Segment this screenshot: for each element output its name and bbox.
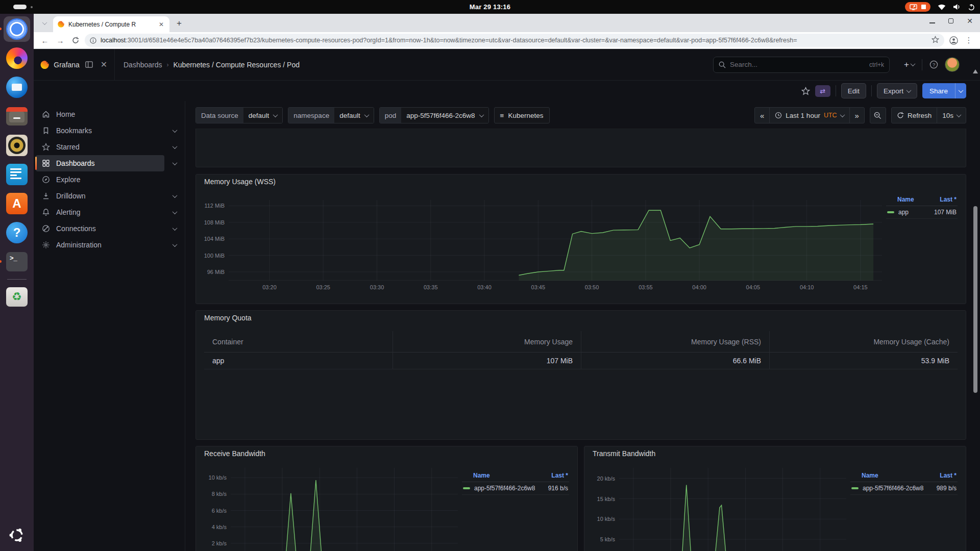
window-minimize-button[interactable] [929,22,935,23]
chevron-down-icon[interactable] [173,160,178,165]
dock-files[interactable] [4,104,30,129]
volume-icon[interactable] [953,4,961,10]
sidebar-item-alerting[interactable]: Alerting [36,204,164,220]
site-info-icon[interactable] [90,37,96,44]
scrollbar-thumb[interactable] [973,206,977,393]
dock-separator [7,279,27,280]
panel-title[interactable]: Receive Bandwidth [204,449,569,458]
address-bar[interactable]: localhost:3001/d/6581e46e4e5c7ba40a07646… [85,34,944,47]
forward-button[interactable]: → [54,34,66,46]
dock-menu-button[interactable] [84,59,94,71]
scroll-up-arrow[interactable] [973,69,978,73]
panel-title[interactable]: Memory Usage (WSS) [204,178,958,186]
profile-button[interactable] [947,34,960,46]
window-maximize-button[interactable] [948,18,953,23]
browser-tab[interactable]: Kubernetes / Compute R ✕ [53,16,169,32]
time-series-plot[interactable] [619,468,846,551]
chevron-down-icon[interactable] [173,209,178,214]
new-tab-button[interactable]: + [173,17,186,30]
legend-name-header[interactable]: Name [862,472,878,479]
refresh-interval-button[interactable]: 10s [937,108,966,123]
breadcrumb-current[interactable]: Kubernetes / Compute Resources / Pod [174,61,300,69]
url-text[interactable]: localhost:3001/d/6581e46e4e5c7ba40a07646… [101,37,927,44]
tab-close-icon[interactable]: ✕ [157,20,165,29]
wifi-icon[interactable] [938,4,946,10]
search-input[interactable] [730,61,865,68]
dock-firefox[interactable] [4,45,30,71]
dock-chromium[interactable] [4,16,30,42]
legend-last-header[interactable]: Last * [940,472,957,479]
legend-last-header[interactable]: Last * [551,472,568,479]
sidebar-item-home[interactable]: Home [36,106,164,122]
variable-datasource[interactable]: Data source default [195,107,283,123]
sidebar-item-starred[interactable]: Starred [36,139,164,155]
page-scrollbar[interactable] [972,69,978,551]
column-header-memory-usage[interactable]: Memory Usage [393,331,581,353]
power-icon[interactable] [968,4,975,11]
panel-title[interactable]: Transmit Bandwidth [593,449,958,458]
chevron-down-icon[interactable] [173,144,178,149]
export-button[interactable]: Export [877,83,917,98]
dock-thunderbird[interactable] [4,74,30,100]
column-header-memory-usage-rss[interactable]: Memory Usage (RSS) [581,331,769,353]
sidebar-item-connections[interactable]: Connections [36,220,164,237]
dock-app-center[interactable]: A [4,191,30,216]
refresh-button[interactable]: Refresh [892,108,937,123]
browser-menu-button[interactable]: ⋮ [963,34,975,46]
variable-pod[interactable]: pod app-5f57f6f466-2c6w8 [379,107,489,123]
user-avatar[interactable] [945,57,960,72]
sidebar-item-administration[interactable]: Administration [36,237,164,253]
sidebar-item-explore[interactable]: Explore [36,171,164,188]
share-menu-button[interactable] [955,83,966,98]
workspace-indicator[interactable] [13,5,27,9]
chevron-down-icon[interactable] [173,128,178,133]
chevron-down-icon[interactable] [173,193,178,198]
legend-name-header[interactable]: Name [473,472,490,479]
edit-button[interactable]: Edit [841,83,866,98]
panel-title[interactable]: Memory Quota [204,314,958,322]
zoom-out-button[interactable] [870,107,886,123]
sidebar-item-drilldown[interactable]: Drilldown [36,188,164,204]
time-shift-back-button[interactable]: « [755,108,770,123]
dock-trash[interactable]: ♻ [4,284,30,310]
show-apps-button[interactable] [8,527,26,546]
legend-last-header[interactable]: Last * [940,196,957,203]
window-close-button[interactable]: ✕ [967,17,973,24]
breadcrumb-dashboards[interactable]: Dashboards [124,61,162,69]
add-new-button[interactable]: + [902,60,917,70]
time-shift-forward-button[interactable]: » [850,108,864,123]
favorite-star-icon[interactable] [801,87,810,95]
dock-help[interactable]: ? [4,220,30,245]
system-clock[interactable]: Mar 29 13:16 [470,3,510,11]
legend-series-pod[interactable]: app-5f57f6f466-2c6w8 989 b/s [850,482,958,495]
column-header-container[interactable]: Container [204,331,393,353]
legend-series-app[interactable]: app 107 MiB [886,206,958,219]
back-button[interactable]: ← [39,34,51,46]
legend-name-header[interactable]: Name [897,196,914,203]
close-menu-button[interactable]: ✕ [99,59,109,71]
share-button[interactable]: Share [922,83,955,98]
sidebar-item-dashboards[interactable]: Dashboards [36,155,164,171]
time-series-plot[interactable] [229,200,882,281]
old-dashboards-toggle-button[interactable]: ⇄ [815,85,830,97]
reload-button[interactable] [69,34,82,46]
bookmark-star-icon[interactable] [932,36,939,45]
workspace-dot[interactable] [31,6,33,8]
chevron-down-icon[interactable] [173,226,178,231]
time-series-plot[interactable] [231,468,458,551]
dock-libreoffice-writer[interactable] [4,162,30,187]
dock-terminal[interactable]: >_ [4,249,30,274]
dock-rhythmbox[interactable] [4,133,30,158]
help-button[interactable]: ? [927,59,940,71]
kubernetes-link-button[interactable]: ≡ Kubernetes [494,107,550,123]
time-range-button[interactable]: Last 1 hour UTC [770,108,849,123]
sidebar-item-bookmarks[interactable]: Bookmarks [36,122,164,139]
search-box[interactable]: ctrl+k [713,57,890,73]
screen-share-indicator[interactable] [905,2,930,12]
grafana-logo[interactable] [40,59,50,70]
chevron-down-icon[interactable] [173,242,178,247]
legend-series-pod[interactable]: app-5f57f6f466-2c6w8 916 b/s [462,482,569,495]
column-header-memory-usage-cache[interactable]: Memory Usage (Cache) [769,331,958,353]
tab-search-button[interactable] [38,16,51,30]
variable-namespace[interactable]: namespace default [288,107,374,123]
